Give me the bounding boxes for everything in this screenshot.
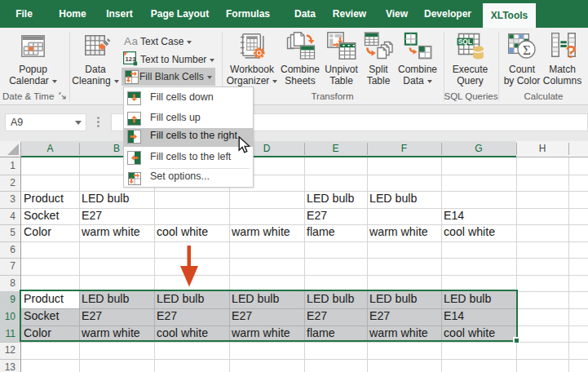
svg-text:?: ?: [566, 42, 577, 60]
svg-text:SQL: SQL: [458, 38, 472, 46]
svg-text:Σ: Σ: [523, 42, 531, 58]
